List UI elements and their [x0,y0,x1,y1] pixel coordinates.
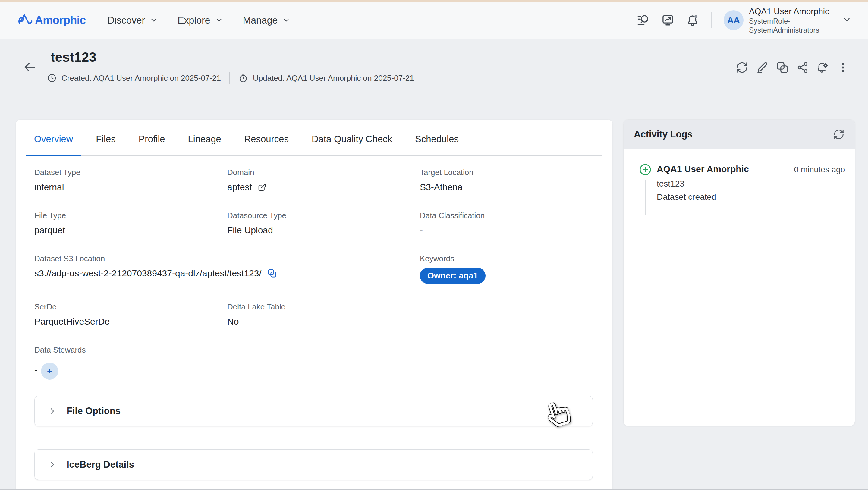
copy-s3-location-button[interactable] [267,268,277,278]
field-file-type: File Type parquet [34,211,66,235]
field-data-stewards: Data Stewards - + [34,345,86,380]
chevron-down-icon [282,16,290,24]
file-options-panel[interactable]: File Options [34,396,593,426]
field-label: Delta Lake Table [227,302,285,312]
user-menu[interactable]: AA AQA1 User Amorphic SystemRole- System… [724,6,851,35]
field-target-location: Target Location S3-Athena [420,168,473,192]
field-label: Data Stewards [34,345,86,355]
chevron-right-icon [48,460,56,469]
search-icon [637,14,650,27]
log-user: AQA1 User Amorphic [657,164,749,174]
log-action: Dataset created [657,192,716,202]
field-label: File Type [34,211,66,220]
refresh-activity-logs-button[interactable] [833,129,844,140]
field-value: internal [34,182,81,192]
more-options-button[interactable] [837,61,849,74]
field-value: No [227,316,285,327]
tab-profile[interactable]: Profile [130,134,173,155]
reload-dataset-button[interactable] [736,61,748,74]
edit-dataset-button[interactable] [756,61,769,74]
activity-logs-card: Activity Logs AQA1 User Amorphic 0 minut… [623,119,855,426]
notification-dot-badge [694,15,698,18]
tab-lineage[interactable]: Lineage [180,134,229,155]
menu-discover[interactable]: Discover [107,15,158,26]
user-role-line2: SystemAdministrators [749,26,829,35]
field-keywords: Keywords Owner: aqa1 [420,254,486,284]
log-target: test123 [657,179,684,189]
dataset-tabs: Overview Files Profile Lineage Resources… [26,134,602,156]
activity-logs-header: Activity Logs [624,120,855,149]
top-navigation-bar: Amorphic Discover Explore Manage [0,1,868,39]
field-label: Dataset Type [34,168,81,177]
field-delta-lake-table: Delta Lake Table No [227,302,285,327]
field-label: Dataset S3 Location [34,254,277,264]
clone-dataset-button[interactable] [776,61,789,74]
copy-icon [267,268,277,278]
brand-name: Amorphic [35,14,86,27]
share-icon [797,61,809,73]
timeline-line [645,180,646,215]
activity-logs-list: AQA1 User Amorphic 0 minutes ago test123… [624,149,855,426]
iceberg-details-panel[interactable]: IceBerg Details [34,449,593,480]
tab-resources[interactable]: Resources [236,134,297,155]
timer-icon [239,73,248,83]
field-label: SerDe [34,302,110,312]
dataset-meta: Created: AQA1 User Amorphic on 2025-07-2… [47,72,414,84]
amorphic-dataset-page: Amorphic Discover Explore Manage [0,0,868,490]
field-value: - [420,225,485,235]
kebab-menu-icon [837,61,849,73]
amorphic-logo-icon [18,13,33,27]
field-label: Domain [227,168,267,177]
field-domain: Domain aptest [227,168,267,192]
tab-overview[interactable]: Overview [26,134,81,156]
menu-discover-label: Discover [107,15,145,26]
external-link-icon [257,183,267,192]
bell-gear-icon [816,61,829,74]
global-search-button[interactable] [637,14,650,27]
menu-explore[interactable]: Explore [178,15,223,26]
field-datasource-type: Datasource Type File Upload [227,211,286,235]
topbar-divider [711,12,712,28]
updated-text: Updated: AQA1 User Amorphic on 2025-07-2… [253,73,414,83]
field-label: Keywords [420,254,486,264]
window-bottom-edge [0,489,868,490]
tab-data-quality-check[interactable]: Data Quality Check [304,134,400,155]
field-label: Data Classification [420,211,485,220]
domain-value: aptest [227,182,252,192]
field-value: ParquetHiveSerDe [34,316,110,327]
pencil-icon [756,61,769,74]
open-domain-button[interactable] [257,183,267,192]
keyword-badge: Owner: aqa1 [420,268,486,284]
menu-manage[interactable]: Manage [243,15,290,26]
field-value: parquet [34,225,66,235]
meta-divider [229,72,230,84]
amorphic-logo[interactable]: Amorphic [18,13,86,27]
activity-logs-title: Activity Logs [634,129,692,140]
page-title: test123 [51,50,96,65]
main-menu: Discover Explore Manage [107,15,290,26]
created-plus-icon [639,163,652,176]
arrow-left-icon [23,60,37,74]
refresh-icon [833,129,844,140]
refresh-icon [736,61,748,74]
clock-icon [47,73,57,83]
field-value: S3-Athena [420,182,473,192]
user-name: AQA1 User Amorphic [749,6,829,17]
s3-location-value: s3://adp-us-west-2-212070389437-qa-dlz/a… [34,268,261,278]
tab-files[interactable]: Files [88,134,124,155]
field-value: File Upload [227,225,286,235]
tab-schedules[interactable]: Schedules [407,134,467,155]
field-dataset-type: Dataset Type internal [34,168,81,192]
notifications-button[interactable] [686,14,699,27]
share-dataset-button[interactable] [796,61,809,74]
user-info: AQA1 User Amorphic SystemRole- SystemAdm… [749,6,829,35]
add-data-steward-button[interactable]: + [41,363,58,380]
field-label: Target Location [420,168,473,177]
notification-settings-button[interactable] [816,61,829,74]
file-options-label: File Options [67,406,121,417]
dashboard-button[interactable] [661,14,674,27]
avatar: AA [724,10,744,30]
back-button[interactable] [23,60,37,74]
user-role-line1: SystemRole- [749,17,829,26]
iceberg-details-label: IceBerg Details [67,459,134,470]
